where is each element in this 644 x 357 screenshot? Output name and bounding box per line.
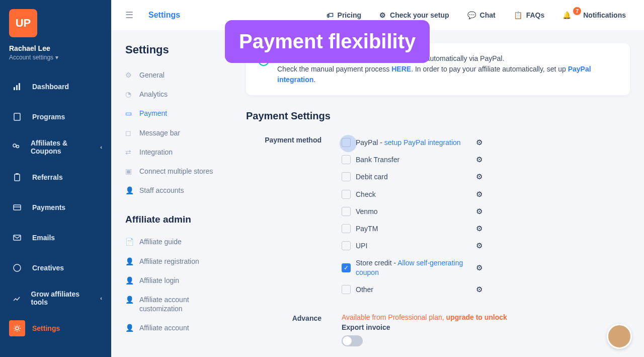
topbar-notifications[interactable]: 🔔 7 Notifications	[558, 8, 630, 22]
advance-label: Advance	[246, 313, 321, 322]
export-invoice-label: Export invoice	[342, 323, 507, 331]
method-checkbox[interactable]	[342, 285, 351, 294]
integration-icon: ⇄	[125, 148, 134, 157]
method-label: PayPal - setup PayPal integration	[356, 138, 461, 147]
method-gear-icon[interactable]: ⚙	[476, 172, 482, 181]
chevron-left-icon: ‹	[100, 144, 102, 150]
growth-icon	[9, 290, 24, 306]
bar-chart-icon	[9, 79, 25, 95]
account-icon: 👤	[125, 323, 134, 332]
sidebar-item-payments[interactable]: Payments	[0, 192, 111, 223]
svg-rect-2	[19, 83, 20, 90]
method-gear-icon[interactable]: ⚙	[476, 207, 482, 216]
upgrade-link[interactable]: upgrade to unlock	[446, 313, 507, 321]
topbar-chat[interactable]: 💬 Chat	[463, 8, 500, 22]
affiliate-item-registration[interactable]: 👤Affiliate registration	[125, 252, 226, 271]
payment-method-label: Payment method	[246, 134, 321, 144]
support-avatar[interactable]	[607, 324, 632, 349]
settings-list: ⚙General ◔Analytics ▭Payment ◻Message ba…	[125, 65, 226, 200]
pulse-indicator	[340, 135, 357, 152]
notification-badge: 7	[573, 7, 581, 15]
svg-rect-8	[14, 205, 21, 210]
gear-icon	[9, 320, 25, 336]
method-gear-icon[interactable]: ⚙	[476, 155, 482, 164]
method-checkbox[interactable]: ✓	[342, 263, 351, 272]
settings-item-payment[interactable]: ▭Payment	[125, 104, 226, 123]
affiliate-admin-heading: Affiliate admin	[125, 214, 226, 225]
svg-point-5	[17, 146, 19, 148]
method-label: Venmo	[356, 207, 378, 216]
topbar-faqs[interactable]: 📋 FAQs	[510, 8, 549, 22]
general-icon: ⚙	[125, 70, 134, 80]
sidebar-item-dashboard[interactable]: Dashboard	[0, 72, 111, 102]
caret-down-icon: ▾	[55, 54, 58, 61]
svg-point-11	[14, 264, 21, 271]
tag-icon: 🏷	[327, 11, 334, 19]
settings-item-analytics[interactable]: ◔Analytics	[125, 85, 226, 104]
settings-item-connect[interactable]: ▣Connect multiple stores	[125, 162, 226, 181]
sidebar: UP Rachael Lee Account settings ▾ Dashbo…	[0, 0, 111, 357]
affiliate-item-account[interactable]: 👤Affiliate account	[125, 318, 226, 337]
chat-icon: 💬	[467, 11, 476, 19]
settings-item-messagebar[interactable]: ◻Message bar	[125, 123, 226, 142]
method-checkbox[interactable]	[342, 207, 351, 216]
method-checkbox[interactable]	[342, 241, 351, 250]
settings-item-integration[interactable]: ⇄Integration	[125, 142, 226, 162]
sidebar-item-creatives[interactable]: Creatives	[0, 253, 111, 283]
sidebar-item-grow[interactable]: Grow affiliates tools ‹	[0, 283, 111, 313]
account-settings-link[interactable]: Account settings ▾	[9, 54, 58, 61]
sidebar-item-emails[interactable]: Emails	[0, 223, 111, 253]
here-link[interactable]: HERE	[391, 65, 411, 73]
export-invoice-toggle[interactable]	[342, 335, 363, 346]
payment-settings-title: Payment Settings	[246, 110, 630, 122]
settings-submenu: Settings ⚙General ◔Analytics ▭Payment ◻M…	[125, 43, 226, 346]
method-setup-link[interactable]: setup PayPal integration	[384, 138, 461, 147]
method-gear-icon[interactable]: ⚙	[476, 138, 482, 147]
faq-icon: 📋	[514, 11, 522, 19]
method-gear-icon[interactable]: ⚙	[476, 241, 482, 250]
sidebar-item-referrals[interactable]: Referrals	[0, 162, 111, 192]
payment-method-row: Payment method PayPal - setup PayPal int…	[246, 134, 630, 298]
method-label: Debit card	[356, 172, 388, 181]
smile-icon	[9, 260, 25, 276]
payment-method-other: Other⚙	[342, 281, 482, 298]
menu-toggle-icon[interactable]: ☰	[125, 10, 133, 21]
method-gear-icon[interactable]: ⚙	[476, 190, 482, 199]
settings-item-staff[interactable]: 👤Staff accounts	[125, 181, 226, 200]
message-icon: ◻	[125, 128, 134, 137]
method-gear-icon[interactable]: ⚙	[476, 263, 482, 272]
sidebar-item-affiliates[interactable]: Affiliates & Coupons ‹	[0, 132, 111, 162]
method-checkbox[interactable]	[342, 224, 351, 233]
payment-method-bank-transfer: Bank Transfer⚙	[342, 151, 482, 168]
method-gear-icon[interactable]: ⚙	[476, 224, 482, 233]
affiliate-list: 📄Affiliate guide 👤Affiliate registration…	[125, 232, 226, 337]
sidebar-item-settings[interactable]: Settings	[0, 313, 111, 343]
method-checkbox[interactable]	[342, 172, 351, 181]
method-label: Other	[356, 285, 373, 294]
payment-method-venmo: Venmo⚙	[342, 203, 482, 220]
clipboard-icon	[9, 169, 25, 185]
chevron-left-icon: ‹	[100, 295, 102, 301]
settings-item-general[interactable]: ⚙General	[125, 65, 226, 85]
page-title: Settings	[148, 11, 180, 20]
affiliate-item-customization[interactable]: 👤Affiliate account customization	[125, 290, 226, 318]
method-checkbox[interactable]	[342, 190, 351, 199]
check-setup-icon: ⚙	[379, 11, 386, 19]
sidebar-item-programs[interactable]: Programs	[0, 102, 111, 132]
analytics-icon: ◔	[125, 90, 134, 99]
svg-point-12	[16, 327, 19, 330]
svg-point-4	[13, 144, 16, 147]
payment-method-paypal: PayPal - setup PayPal integration⚙	[342, 134, 482, 151]
logo: UP	[9, 9, 37, 37]
method-checkbox[interactable]	[342, 155, 351, 164]
user-name: Rachael Lee	[9, 44, 102, 52]
payment-method-paytm: PayTM⚙	[342, 220, 482, 237]
method-label: Bank Transfer	[356, 155, 399, 164]
affiliate-item-guide[interactable]: 📄Affiliate guide	[125, 232, 226, 251]
advance-row: Advance Available from Professional plan…	[246, 313, 630, 346]
svg-rect-0	[14, 87, 15, 90]
advance-content: Available from Professional plan, upgrad…	[342, 313, 507, 346]
method-gear-icon[interactable]: ⚙	[476, 285, 482, 294]
affiliate-item-login[interactable]: 👤Affiliate login	[125, 271, 226, 290]
registration-icon: 👤	[125, 257, 134, 266]
